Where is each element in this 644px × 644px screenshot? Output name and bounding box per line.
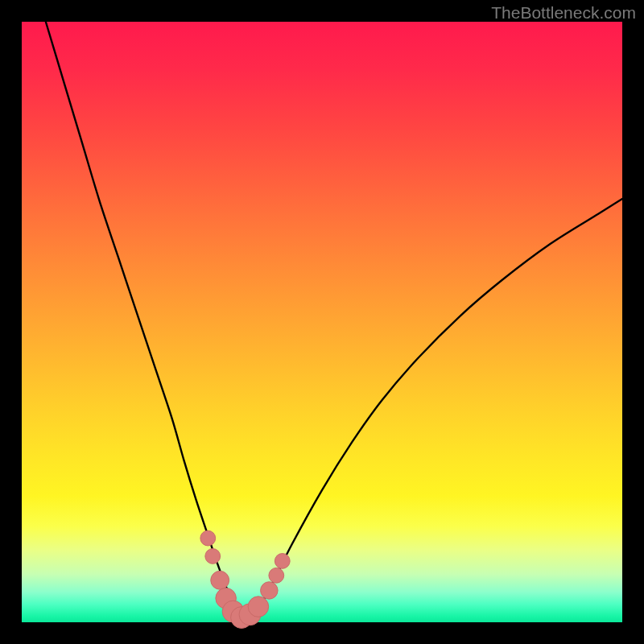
curve-marker — [269, 568, 284, 583]
curve-marker — [200, 530, 216, 546]
curve-marker — [275, 554, 290, 569]
curve-marker — [248, 597, 269, 617]
curve-marker — [261, 582, 278, 599]
bottleneck-curve — [46, 22, 622, 618]
curve-marker — [211, 571, 229, 589]
chart-frame: TheBottleneck.com — [0, 0, 644, 644]
chart-svg — [22, 22, 622, 622]
curve-markers — [200, 530, 290, 628]
watermark-text: TheBottleneck.com — [491, 3, 636, 23]
curve-marker — [205, 549, 221, 564]
chart-plot-area — [22, 22, 622, 622]
